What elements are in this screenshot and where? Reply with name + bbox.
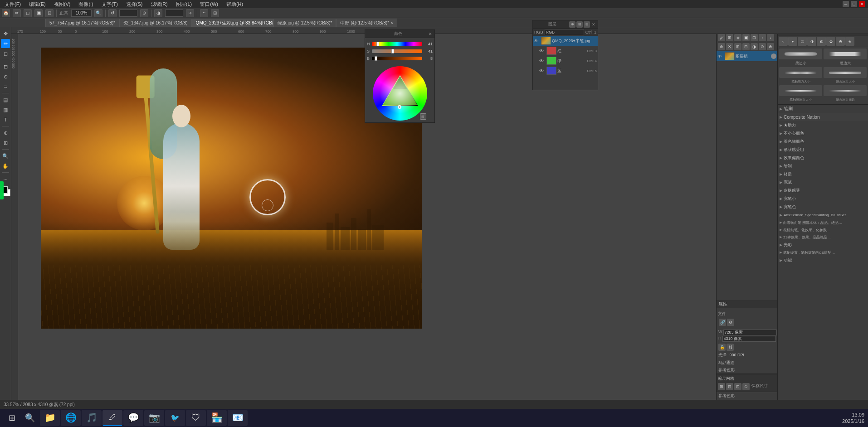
tg-btn2[interactable]: ⊟ [726,383,733,390]
taskbar-app-mail[interactable]: 📧 [228,410,248,426]
menu-view[interactable]: 视图(V) [52,1,73,8]
brush-cat-11[interactable]: ▶ 宽笔色 [778,203,868,211]
brush-cat-speed[interactable]: ▶ 笔刷设置 - 笔触滚笔的CS适配… [778,249,868,256]
layer-new-clone[interactable]: ⊞ [726,34,733,41]
smudge-btn[interactable]: ~ [200,9,208,17]
taskbar-app-shield[interactable]: 🛡 [186,410,206,426]
tab-doc1[interactable]: 57_7547.jpg @ 16.17%(RGB/8)* [45,19,119,27]
tab-doc4[interactable]: 绿原.jpg @ 12.5%(RGB/8)* [273,19,336,27]
select-ellipse-tool[interactable]: ⊙ [1,72,10,81]
menu-bar[interactable]: 文件(F) 编辑(E) 视图(V) 图像(I) 文字(T) 选择(S) 滤镜(R… [3,1,245,8]
brush-cat-1[interactable]: ▶ ★助力 [778,121,868,129]
layer-new-filter[interactable]: ◈ [734,34,741,41]
layer-copy[interactable]: ⊕ [718,43,725,50]
fill-tool-left[interactable]: ▤ [1,95,10,104]
h-input[interactable] [722,336,776,342]
layer-eye-4[interactable]: 👁 [539,68,546,73]
layer-item-4[interactable]: 👁 蓝 Ctrl+5 [533,66,598,76]
preset-icon-8[interactable]: ◈ [845,37,854,46]
prop-link[interactable]: 🔗 [719,319,726,326]
menu-help[interactable]: 帮助(H) [224,1,245,8]
taskbar-app-chat[interactable]: 💬 [123,410,143,426]
menu-filter[interactable]: 滤镜(R) [149,1,170,8]
zoom-tool[interactable]: 🔍 [1,151,10,160]
zoom-btn[interactable]: 🔍 [94,9,102,17]
layers-icon-1[interactable]: ⊕ [569,21,575,28]
layers-icon-2[interactable]: ⊞ [576,21,583,28]
blend-mode-select[interactable]: RGB [545,29,584,35]
brush-cat-9[interactable]: ▶ 皮肤感受 [778,186,868,194]
brush-tool-left[interactable]: ✏ [1,39,10,48]
taskbar-app-explorer[interactable]: 📁 [40,410,60,426]
brush-cat-13[interactable]: ▶ 功能 [778,256,868,264]
layer-eye-2[interactable]: 👁 [539,49,546,53]
brush-cat-10[interactable]: ▶ 宽笔小 [778,194,868,203]
opacity-input[interactable]: 0% [165,10,183,17]
layer-move-up[interactable]: ↑ [759,34,766,41]
rotate-input[interactable]: 0% [119,10,137,17]
menu-select[interactable]: 选择(S) [124,1,145,8]
hue-slider[interactable] [372,42,422,46]
preset-icon-7[interactable]: ◓ [836,37,845,46]
layer-extra[interactable]: ⊗ [767,43,774,50]
eraser-tool-left[interactable]: ◻ [1,49,10,58]
brush-cat-composite[interactable]: ▶ Composite Nation [778,113,868,121]
layer-new-paint[interactable]: 🖊 [718,34,725,41]
layer-prop[interactable]: ⊙ [759,43,766,50]
bri-thumb[interactable] [375,56,377,61]
brush-cat-long2[interactable]: ▶ 很机动笔、化效果、化参数… [778,226,868,233]
layer-new-group[interactable]: ▣ [742,34,750,41]
brush-cat-long1[interactable]: ▶ 向着转向笔 溯源本体：品品、绝品… [778,219,868,226]
stroke-preview-texture2[interactable] [779,85,822,96]
tg-btn3[interactable]: ⊡ [734,383,741,390]
menu-window[interactable]: 窗口(W) [198,1,220,8]
tab-doc3-active[interactable]: QMQ_2923+生彩.jpg @ 33.84%(RGB/8)* [192,19,273,27]
stroke-preview-texture1[interactable] [779,67,822,78]
stroke-preview-pressure2[interactable] [824,85,867,96]
layer-eye-main[interactable]: 👁 [534,39,540,44]
brush-cat-alex[interactable]: ▶ AlexFermon_SpeedPainting_BrushSet [778,211,868,219]
crop-tool[interactable]: ⊕ [1,128,10,137]
layers-icon-3[interactable]: ⊟ [584,21,590,28]
brush-cat-6[interactable]: ▶ 绘制 [778,162,868,170]
pan-tool[interactable]: ✋ [1,161,10,170]
select-rect-tool[interactable]: ⊟ [1,62,10,71]
color-wheel[interactable] [373,66,427,121]
wheel-option-btn[interactable]: ⊞ [420,113,426,120]
brush-cat-long3[interactable]: ▶ 21种效果、效果、品品绝品… [778,233,868,241]
layer-new-mask[interactable]: ⊡ [751,34,758,41]
brush-cat-0[interactable]: ▶ 笔刷 [778,105,868,113]
opacity-btn[interactable]: ◑ [154,9,162,17]
close-button[interactable]: ✕ [859,1,865,7]
layer-delete[interactable]: ✕ [726,43,733,50]
preset-icon-4[interactable]: ◑ [807,37,816,46]
wheel-indicator[interactable] [398,105,401,109]
layer-item-3[interactable]: 👁 绿 Ctrl+4 [533,56,598,66]
fill-tool[interactable]: ▣ [34,9,43,17]
brush-cat-3[interactable]: ▶ 着色物颜色 [778,137,868,146]
sat-thumb[interactable] [391,49,394,53]
bri-slider[interactable] [372,57,422,60]
menu-edit[interactable]: 编辑(E) [27,1,48,8]
maximize-button[interactable]: □ [851,1,857,7]
layer-merge[interactable]: ⊞ [734,43,741,50]
prop-constrain[interactable]: 🔒 [718,344,726,351]
stroke-preview-hard[interactable] [824,49,867,59]
prop-link2[interactable]: ⛓ [727,344,734,351]
eraser-tool[interactable]: ◻ [24,9,32,17]
layer-item-2[interactable]: 👁 红 Ctrl+3 [533,46,598,56]
preset-icon-5[interactable]: ◐ [817,37,826,46]
color-panel-close[interactable]: ✕ [429,32,432,36]
tab-doc5[interactable]: 中野 (@ 12.5%(RGB/8)* × [336,19,397,27]
w-input[interactable] [723,330,777,335]
layer-alpha[interactable]: ◑ [751,43,758,50]
tab-doc2[interactable]: 62_1347.jpg @ 16.17%(RGB/8) [119,19,191,27]
preset-icon-6[interactable]: ◒ [826,37,835,46]
minimize-button[interactable]: ─ [843,1,849,7]
menu-text[interactable]: 文字(T) [100,1,120,8]
home-tool[interactable]: 🏠 [2,9,10,17]
extra-tool1[interactable]: ⊞ [211,9,219,17]
taskbar-app-store[interactable]: 🏪 [207,410,227,426]
menu-file[interactable]: 文件(F) [3,1,23,8]
search-button[interactable]: 🔍 [22,410,38,426]
